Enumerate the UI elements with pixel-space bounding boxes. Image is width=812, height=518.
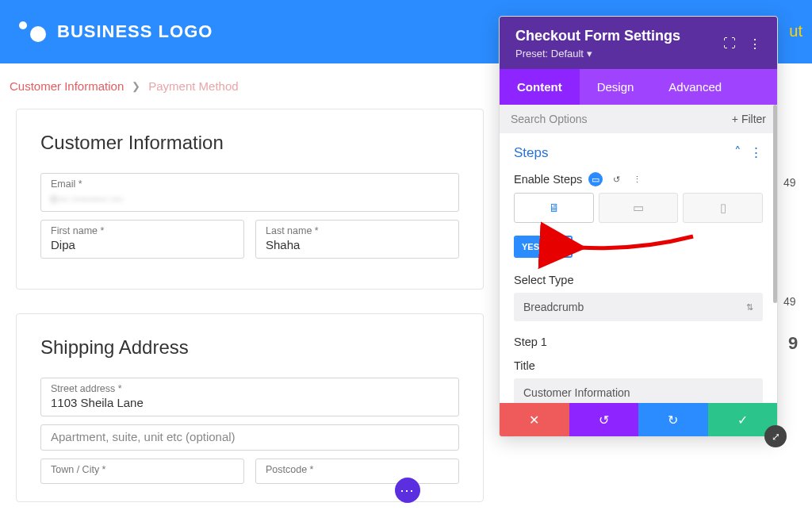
panel-header: Checkout Form Settings Preset: Default ▾… [500,17,777,69]
town-field[interactable]: Town / City * [40,459,244,484]
steps-section-header[interactable]: Steps ˄ ⋮ [514,144,763,161]
panel-footer: ✕ ↺ ↻ ✓ [500,403,777,436]
apartment-placeholder: Apartment, suite, unit etc (optional) [51,430,449,443]
redo-button[interactable]: ↻ [638,403,708,436]
search-input[interactable]: Search Options [511,113,588,125]
updown-icon: ⇅ [746,302,753,313]
tab-design[interactable]: Design [580,69,652,105]
title-label: Title [514,359,763,372]
customer-info-heading: Customer Information [40,132,459,154]
street-value: 1103 Sheila Lane [51,396,449,409]
device-tablet[interactable]: ▭ [599,193,679,223]
chevron-right-icon: ❯ [132,80,140,92]
resize-icon[interactable]: ⤢ [764,425,787,447]
enable-steps-row: Enable Steps ▭ ↺ ⋮ [514,172,763,186]
panel-preset[interactable]: Preset: Default ▾ [515,48,680,59]
toggle-yes-label: YES [515,237,546,256]
enable-steps-toggle[interactable]: YES [514,236,573,258]
first-name-field[interactable]: First name * Dipa [40,220,244,259]
expand-icon[interactable]: ⛶ [723,36,736,52]
topbar-partial-text: ut [789,22,802,40]
logo-text: BUSINESS LOGO [57,21,213,42]
search-row: Search Options + Filter [500,105,777,133]
email-field[interactable]: Email * c— ——— — [40,173,459,212]
step1-title-input[interactable]: Customer Information [514,378,763,403]
reset-icon[interactable]: ↺ [609,172,623,186]
side-number: 49 [783,176,796,189]
kebab-icon[interactable]: ⋮ [630,172,644,186]
device-phone[interactable]: ▯ [683,193,763,223]
side-number: 49 [783,295,796,308]
enable-steps-label: Enable Steps [514,173,582,186]
select-type-label: Select Type [514,274,763,286]
shipping-card: Shipping Address Street address * 1103 S… [16,313,484,502]
settings-panel: Checkout Form Settings Preset: Default ▾… [499,16,778,437]
tab-advanced[interactable]: Advanced [651,69,739,105]
kebab-icon[interactable]: ⋮ [749,36,761,52]
logo-icon [19,21,46,42]
panel-tabs: Content Design Advanced [500,69,777,105]
last-name-value: Shaha [266,238,449,251]
postcode-label: Postcode * [266,464,449,475]
last-name-field[interactable]: Last name * Shaha [255,220,459,259]
last-name-label: Last name * [266,225,449,236]
toggle-knob [546,237,571,256]
town-label: Town / City * [51,464,234,475]
panel-title: Checkout Form Settings [515,28,680,44]
select-type-value: Breadcrumb [523,301,584,313]
shipping-heading: Shipping Address [40,336,459,359]
select-type-dropdown[interactable]: Breadcrumb ⇅ [514,293,763,321]
street-field[interactable]: Street address * 1103 Sheila Lane [40,378,459,416]
filter-button[interactable]: + Filter [732,113,766,125]
apartment-field[interactable]: Apartment, suite, unit etc (optional) [40,424,459,451]
fab-more-icon[interactable]: ⋯ [395,478,420,503]
panel-body: Steps ˄ ⋮ Enable Steps ▭ ↺ ⋮ 🖥 ▭ ▯ YES S… [500,133,777,403]
device-desktop[interactable]: 🖥 [514,193,594,223]
step1-title-value: Customer Information [523,386,630,399]
postcode-field[interactable]: Postcode * [255,459,459,484]
phone-icon[interactable]: ▭ [588,172,603,186]
cancel-button[interactable]: ✕ [500,403,569,436]
panel-scrollbar[interactable] [773,105,777,303]
first-name-value: Dipa [51,238,234,251]
tab-content[interactable]: Content [500,69,580,105]
customer-info-card: Customer Information Email * c— ——— — Fi… [16,109,484,290]
kebab-icon[interactable]: ⋮ [749,144,763,161]
email-value: c— ——— — [51,191,449,205]
breadcrumb-step-2[interactable]: Payment Method [148,79,238,93]
first-name-label: First name * [51,225,234,236]
side-number: 9 [788,333,798,354]
email-label: Email * [51,178,449,190]
device-toggle: 🖥 ▭ ▯ [514,193,763,223]
undo-button[interactable]: ↺ [569,403,639,436]
steps-label: Steps [514,145,548,161]
breadcrumb-step-1[interactable]: Customer Information [10,79,124,93]
step1-label: Step 1 [514,336,763,348]
street-label: Street address * [51,383,449,394]
chevron-up-icon[interactable]: ˄ [734,144,741,161]
